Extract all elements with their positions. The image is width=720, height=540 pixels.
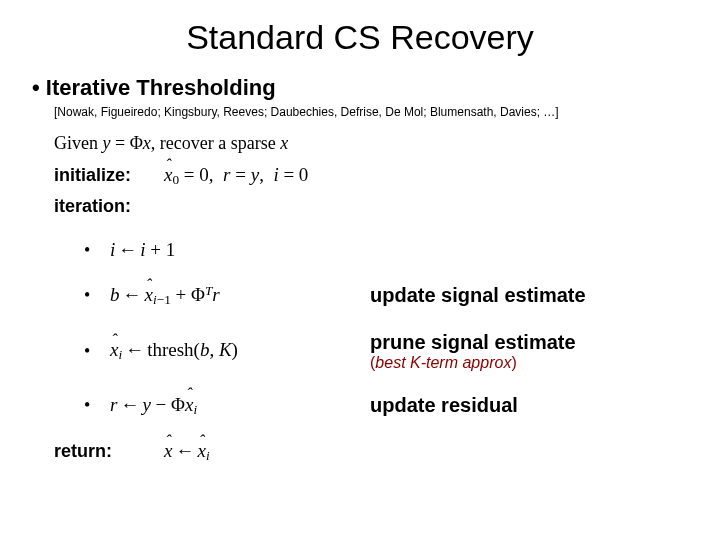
return-expr: x←xi [164, 440, 210, 464]
slide: Standard CS Recovery Iterative Threshold… [0, 0, 720, 540]
slide-title: Standard CS Recovery [28, 18, 692, 57]
given-prefix: Given [54, 133, 103, 153]
iteration-label: iteration: [54, 196, 164, 217]
step-prune-signal: • xi←thresh(b, K) prune signal estimate … [84, 331, 692, 372]
step-prune-signal-expr: xi←thresh(b, K) [110, 339, 370, 363]
citation-line: [Nowak, Figueiredo; Kingsbury, Reeves; D… [54, 105, 692, 119]
comment-update-residual: update residual [370, 394, 518, 417]
bullet-icon: • [84, 395, 110, 416]
comment-prune-block: prune signal estimate (best K-term appro… [370, 331, 576, 372]
bullet-icon: • [84, 285, 110, 306]
step-increment-expr: i←i + 1 [110, 239, 370, 261]
return-row: return: x←xi [54, 440, 692, 464]
step-update-signal: • b←xi−1 + ΦTr update signal estimate [84, 283, 692, 308]
iteration-steps: • i←i + 1 • b←xi−1 + ΦTr update signal e… [84, 239, 692, 418]
initialize-row: initialize: x0 = 0, r = y, i = 0 [54, 164, 692, 188]
initialize-expr: x0 = 0, r = y, i = 0 [164, 164, 308, 188]
initialize-label: initialize: [54, 165, 164, 186]
section-heading: Iterative Thresholding [32, 75, 692, 101]
step-increment: • i←i + 1 [84, 239, 692, 261]
given-mid: , recover a sparse [151, 133, 280, 153]
iteration-row: iteration: [54, 196, 692, 217]
bullet-icon: • [84, 240, 110, 261]
return-label: return: [54, 441, 164, 462]
step-update-residual: • r←y − Φxi update residual [84, 394, 692, 418]
bullet-icon: • [84, 341, 110, 362]
given-line: Given y = Φx, recover a sparse x [54, 133, 692, 154]
comment-prune-signal: prune signal estimate [370, 331, 576, 354]
math-content: Given y = Φx, recover a sparse x initial… [54, 133, 692, 464]
comment-prune-sub: (best K-term approx) [370, 354, 576, 372]
step-update-signal-expr: b←xi−1 + ΦTr [110, 283, 370, 308]
comment-update-signal: update signal estimate [370, 284, 586, 307]
step-update-residual-expr: r←y − Φxi [110, 394, 370, 418]
